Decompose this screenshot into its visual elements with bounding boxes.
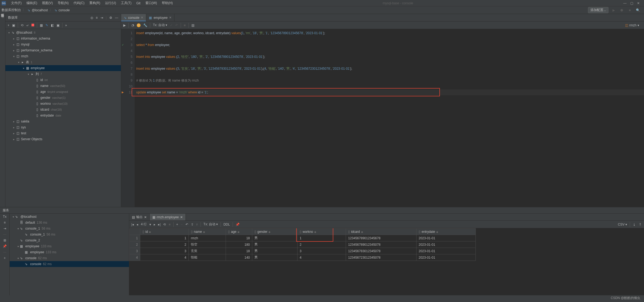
code-line[interactable]: insert into employee values (2, '悟空', '1…	[135, 54, 644, 60]
prev-page-button[interactable]: ◂	[136, 223, 138, 226]
code-line[interactable]	[135, 36, 644, 42]
cell[interactable]: 男	[252, 254, 298, 261]
code-line[interactable]	[135, 48, 644, 54]
add-configuration-button[interactable]: 添加配置...	[588, 7, 608, 13]
output-toggle[interactable]: ▤	[191, 23, 194, 27]
cell[interactable]: 2	[298, 241, 346, 248]
sort-icon[interactable]: ◆	[268, 230, 271, 233]
cell[interactable]: 18	[226, 248, 252, 254]
first-page-button[interactable]: |◂	[131, 223, 134, 226]
column-header[interactable]: ▯age◆	[226, 229, 252, 235]
tree-row[interactable]: ▯gendervarchar(1)	[5, 95, 121, 101]
target-icon[interactable]: ◎	[90, 16, 93, 20]
close-icon[interactable]: ✕	[169, 16, 172, 19]
ddl-button[interactable]: DDL	[223, 223, 230, 226]
tree-row[interactable]: ▯idint	[5, 77, 121, 83]
menu-item[interactable]: 导航(N)	[55, 1, 71, 5]
download-button[interactable]: ⭳	[633, 223, 636, 226]
close-button[interactable]: ✕	[637, 1, 640, 5]
column-header[interactable]: ▯workno◆	[298, 229, 346, 235]
menu-item[interactable]: 视图(V)	[40, 1, 55, 5]
revert-button[interactable]: ↶	[186, 223, 188, 226]
execute-button[interactable]: ▶	[123, 23, 126, 27]
breadcrumb-item[interactable]: @localhost	[32, 8, 48, 12]
breadcrumb-item[interactable]: 数据库控制台	[2, 8, 21, 12]
tree-row[interactable]: ▸◫sys	[5, 124, 121, 130]
cell[interactable]: 2023-01-01	[416, 235, 476, 241]
sort-icon[interactable]: ◆	[436, 230, 438, 233]
profile-button[interactable]: P	[137, 23, 141, 27]
column-header[interactable]: ▯entrydate◆	[416, 229, 476, 235]
database-tree[interactable]: ▾⇘@localhost8▸◫information_schema▸◫mysql…	[5, 29, 121, 207]
column-header[interactable]: ▯name◆	[189, 229, 226, 235]
menu-item[interactable]: 文件(F)	[9, 1, 24, 5]
hide-icon[interactable]: —	[115, 16, 118, 20]
cell[interactable]: 2023-01-01	[416, 254, 476, 261]
commit-button[interactable]: ✓	[170, 23, 173, 27]
export-format[interactable]: CSV ▾	[618, 223, 627, 226]
service-row[interactable]: ▾▦employee133 ms	[10, 243, 129, 249]
service-row[interactable]: ▾⇘@localhost	[10, 214, 129, 220]
database-tool-icon[interactable]: ▤	[1, 15, 4, 18]
menu-item[interactable]: 帮助(H)	[159, 1, 175, 5]
tree-row[interactable]: ▸◫mysql	[5, 41, 121, 47]
last-page-button[interactable]: ▸|	[158, 223, 160, 226]
sort-icon[interactable]: ◆	[361, 230, 363, 233]
table-view-button[interactable]: ▦	[40, 23, 43, 27]
tree-arrow[interactable]: ▾	[17, 61, 20, 64]
cell[interactable]: 1	[140, 235, 189, 241]
table-row[interactable]: 22悟空180男21234567890123450782023-01-01	[130, 241, 476, 248]
search-icon[interactable]: 🔍	[635, 7, 641, 13]
tx-mode[interactable]: Tx: 自动 ▾	[204, 222, 218, 227]
cell[interactable]: 2023-01-01	[416, 248, 476, 254]
edit-button[interactable]: ✎	[46, 23, 48, 27]
result-grid[interactable]: ▯id◆▯name◆▯age◆▯gender◆▯workno◆▯idcard◆▯…	[129, 228, 644, 295]
tree-arrow[interactable]: ▾	[26, 73, 30, 76]
services-tree[interactable]: ▾⇘@localhost🗄default136 ms▾⇘console_156 …	[10, 214, 129, 295]
code-line[interactable]: update employee set name = 'rmzh' where …	[135, 89, 644, 95]
stop-button[interactable]: ■	[169, 223, 170, 226]
tree-row[interactable]: ▾◫rmzh	[5, 53, 121, 59]
cell[interactable]: rmzh	[189, 235, 226, 241]
tree-row[interactable]: ▯namevarchar(50)	[5, 83, 121, 89]
tree-arrow[interactable]: ▸	[12, 138, 16, 141]
minimize-button[interactable]: —	[623, 1, 626, 5]
debug-button[interactable]: ⬢	[619, 7, 625, 13]
submit-button[interactable]: ⇧	[191, 223, 194, 226]
service-row[interactable]: ▾⇘console62 ms	[10, 255, 129, 261]
upload-button[interactable]: ⭱	[639, 223, 642, 226]
sort-icon[interactable]: ◆	[314, 230, 316, 233]
explain-button[interactable]: ◔	[131, 23, 134, 27]
service-row[interactable]: 🗄default136 ms	[10, 220, 129, 226]
collapse-icon[interactable]: ⇥	[100, 16, 103, 20]
refresh-button[interactable]: ⟲	[21, 23, 23, 27]
menu-item[interactable]: 编辑(E)	[24, 1, 40, 5]
breadcrumb-item[interactable]: console	[59, 8, 70, 12]
cell[interactable]: 123456789012345078	[346, 241, 416, 248]
cell[interactable]: 男	[252, 241, 298, 248]
tree-row[interactable]: ▸◫information_schema	[5, 36, 121, 41]
close-icon[interactable]: ✕	[144, 215, 147, 219]
diagram-button[interactable]: ◧	[51, 23, 54, 27]
tree-row[interactable]: ▾⇘@localhost8	[5, 30, 121, 36]
column-header[interactable]: ▯gender◆	[252, 229, 298, 235]
tree-row[interactable]: ▾▸表1	[5, 59, 121, 65]
service-row[interactable]: ⇘console62 ms	[10, 261, 129, 267]
tree-arrow[interactable]: ▸	[12, 49, 16, 52]
remove-row-button[interactable]: −	[181, 223, 183, 226]
add-icon[interactable]: +	[4, 256, 6, 260]
menu-item[interactable]: 代码(C)	[71, 1, 87, 5]
result-tab[interactable]: ▤输出✕	[129, 214, 150, 220]
cell[interactable]: 男	[252, 248, 298, 254]
cell[interactable]: 123456789012345678	[346, 235, 416, 241]
commit-button[interactable]: ↑	[196, 223, 198, 226]
tree-arrow[interactable]: ▾	[22, 67, 25, 70]
cell[interactable]: 悟空	[189, 241, 226, 248]
reload-button[interactable]: ⟲	[163, 223, 166, 226]
cell[interactable]: 18	[226, 235, 252, 241]
filter-icon[interactable]: Tx	[3, 215, 6, 219]
jump-button[interactable]: ▣	[57, 23, 60, 27]
close-icon[interactable]: ✕	[141, 16, 143, 19]
menu-item[interactable]: 重构(R)	[87, 1, 103, 5]
tree-row[interactable]: ▯entrydatedate	[5, 113, 121, 118]
